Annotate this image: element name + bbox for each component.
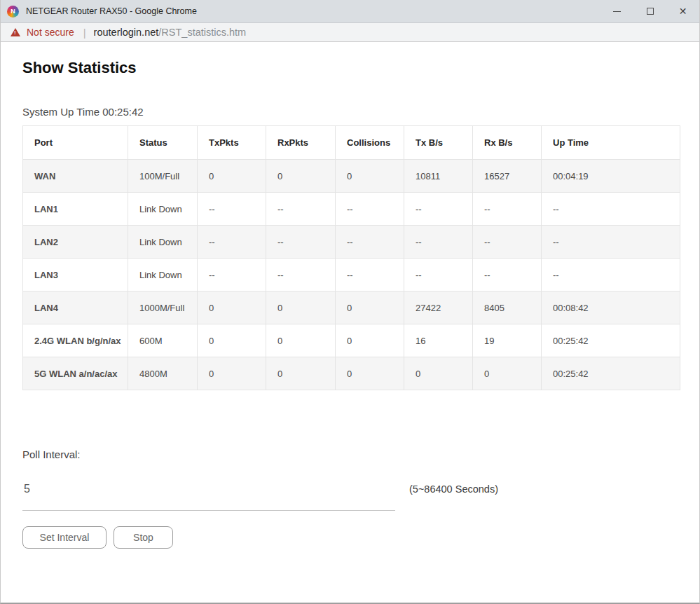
table-cell: -- (542, 193, 680, 226)
url-divider: | (83, 27, 86, 39)
table-cell: 0 (336, 291, 404, 324)
column-header: Rx B/s (473, 126, 542, 160)
table-cell: -- (266, 226, 336, 259)
system-uptime-label: System Up Time (22, 106, 99, 118)
table-cell: -- (198, 226, 266, 259)
poll-interval-label: Poll Interval: (22, 448, 699, 460)
stats-table-body: WAN100M/Full000108111652700:04:19LAN1Lin… (23, 160, 680, 390)
stats-table: PortStatusTxPktsRxPktsCollisionsTx B/sRx… (22, 125, 680, 390)
table-cell: -- (404, 259, 473, 291)
table-cell: 0 (336, 160, 404, 193)
window-controls: ✕ (601, 0, 699, 22)
table-cell: 0 (404, 357, 473, 390)
table-cell: 0 (266, 160, 336, 193)
system-uptime: System Up Time 00:25:42 (22, 106, 699, 118)
table-cell: 100M/Full (128, 160, 198, 193)
port-cell: 5G WLAN a/n/ac/ax (23, 357, 128, 390)
table-cell: 00:08:42 (542, 291, 680, 324)
table-row: WAN100M/Full000108111652700:04:19 (23, 160, 680, 193)
table-cell: 00:25:42 (542, 357, 680, 390)
page-title: Show Statistics (22, 59, 699, 77)
table-cell: 0 (266, 357, 336, 390)
table-cell: -- (336, 193, 404, 226)
table-cell: -- (404, 226, 473, 259)
column-header: Up Time (542, 126, 680, 160)
table-cell: -- (542, 259, 680, 291)
table-cell: 0 (198, 357, 266, 390)
set-interval-button[interactable]: Set Interval (22, 526, 107, 549)
title-bar: N NETGEAR Router RAX50 - Google Chrome ✕ (1, 0, 699, 23)
table-cell: 0 (336, 324, 404, 357)
table-cell: 16527 (473, 160, 542, 193)
minimize-button[interactable] (601, 0, 633, 22)
table-cell: 0 (198, 324, 266, 357)
table-cell: -- (473, 193, 542, 226)
table-cell: 600M (128, 324, 198, 357)
table-cell: 27422 (404, 291, 473, 324)
table-row: LAN41000M/Full00027422840500:08:42 (23, 291, 680, 324)
table-cell: -- (473, 259, 542, 291)
table-cell: -- (473, 226, 542, 259)
table-header-row: PortStatusTxPktsRxPktsCollisionsTx B/sRx… (23, 126, 680, 160)
table-cell: -- (198, 193, 266, 226)
close-icon: ✕ (679, 6, 687, 16)
table-row: LAN3Link Down------------ (23, 259, 680, 291)
not-secure-label[interactable]: Not secure (27, 27, 74, 38)
window-title: NETGEAR Router RAX50 - Google Chrome (26, 6, 197, 16)
table-cell: -- (266, 259, 336, 291)
table-cell: 1000M/Full (128, 291, 198, 324)
not-secure-warning-icon (11, 28, 20, 36)
stop-button[interactable]: Stop (114, 526, 173, 549)
url-path: /RST_statistics.htm (158, 27, 246, 38)
url-text[interactable]: routerlogin.net/RST_statistics.htm (94, 27, 247, 38)
column-header: Tx B/s (404, 126, 473, 160)
table-cell: 19 (473, 324, 542, 357)
port-cell: LAN2 (23, 226, 128, 259)
table-row: LAN2Link Down------------ (23, 226, 680, 259)
address-bar[interactable]: Not secure | routerlogin.net/RST_statist… (1, 23, 699, 42)
column-header: Port (23, 126, 128, 160)
table-cell: -- (542, 226, 680, 259)
poll-interval-input[interactable] (22, 483, 395, 511)
table-cell: 0 (266, 324, 336, 357)
browser-window: N NETGEAR Router RAX50 - Google Chrome ✕… (0, 0, 700, 604)
table-cell: -- (336, 259, 404, 291)
table-cell: 4800M (128, 357, 198, 390)
table-row: 5G WLAN a/n/ac/ax4800M0000000:25:42 (23, 357, 680, 390)
table-cell: 0 (266, 291, 336, 324)
table-cell: 10811 (404, 160, 473, 193)
page-content: Show Statistics System Up Time 00:25:42 … (1, 59, 699, 549)
poll-interval-row: (5~86400 Seconds) (22, 483, 699, 511)
maximize-button[interactable] (633, 0, 666, 22)
port-cell: LAN1 (23, 193, 128, 226)
table-cell: 8405 (473, 291, 542, 324)
table-cell: -- (404, 193, 473, 226)
table-cell: 0 (198, 160, 266, 193)
table-cell: 0 (336, 357, 404, 390)
column-header: RxPkts (266, 126, 336, 160)
table-row: LAN1Link Down------------ (23, 193, 680, 226)
table-cell: Link Down (128, 259, 198, 291)
minimize-icon (613, 11, 621, 12)
maximize-icon (647, 8, 654, 15)
column-header: Collisions (336, 126, 404, 160)
poll-interval-hint: (5~86400 Seconds) (409, 483, 498, 495)
table-cell: 0 (473, 357, 542, 390)
table-cell: Link Down (128, 193, 198, 226)
netgear-favicon-icon: N (7, 6, 19, 18)
table-cell: 16 (404, 324, 473, 357)
table-cell: 00:04:19 (542, 160, 680, 193)
port-cell: LAN3 (23, 259, 128, 291)
table-cell: -- (266, 193, 336, 226)
table-cell: -- (198, 259, 266, 291)
column-header: TxPkts (198, 126, 266, 160)
port-cell: 2.4G WLAN b/g/n/ax (23, 324, 128, 357)
table-row: 2.4G WLAN b/g/n/ax600M000161900:25:42 (23, 324, 680, 357)
column-header: Status (128, 126, 198, 160)
table-cell: 0 (198, 291, 266, 324)
table-cell: 00:25:42 (542, 324, 680, 357)
table-cell: -- (336, 226, 404, 259)
close-button[interactable]: ✕ (666, 0, 699, 22)
system-uptime-value: 00:25:42 (102, 106, 143, 118)
port-cell: LAN4 (23, 291, 128, 324)
